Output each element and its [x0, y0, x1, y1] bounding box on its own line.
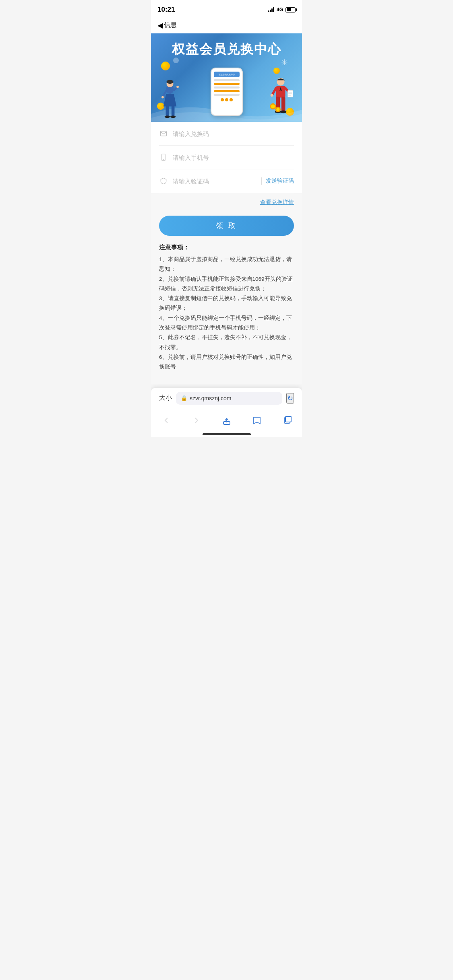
back-nav-button[interactable] — [155, 414, 178, 427]
back-label: 信息 — [164, 21, 177, 29]
svg-point-2 — [166, 80, 173, 84]
deco-coin-right — [273, 68, 280, 74]
message-icon — [159, 129, 168, 138]
note-item-1: 1、本商品属于虚拟商品，一经兑换成功无法退货，请悉知； — [159, 256, 292, 272]
status-icons: 4G — [268, 7, 296, 12]
share-button[interactable] — [215, 414, 238, 427]
phone-mockup: 权益会员兑换中心 — [211, 68, 243, 116]
svg-point-4 — [161, 96, 164, 99]
back-nav-icon — [161, 416, 171, 425]
back-arrow-icon: ◀ — [157, 22, 163, 29]
phone-row — [159, 146, 294, 169]
deco-circle-1 — [173, 58, 179, 63]
note-item-6: 6、兑换前，请用户核对兑换账号的正确性，如用户兑换账号 — [159, 354, 292, 370]
status-bar: 10:21 4G — [151, 0, 302, 18]
notes-section: 注意事项： 1、本商品属于虚拟商品，一经兑换成功无法退货，请悉知； 2、兑换前请… — [151, 244, 302, 384]
svg-line-3 — [163, 91, 166, 97]
forward-nav-button[interactable] — [185, 414, 208, 427]
send-code-button[interactable]: 发送验证码 — [261, 177, 294, 185]
notes-title: 注意事项： — [159, 244, 294, 251]
signal-icon — [268, 7, 274, 12]
share-icon — [222, 416, 232, 425]
svg-rect-22 — [281, 97, 285, 111]
bookmarks-icon — [252, 416, 262, 425]
note-item-4: 4、一个兑换码只能绑定一个手机号码，一经绑定，下次登录需使用绑定的手机号码才能使… — [159, 315, 292, 331]
deco-star-icon: ✳ — [281, 58, 288, 67]
svg-rect-7 — [166, 106, 169, 117]
svg-point-24 — [280, 111, 286, 113]
note-item-2: 2、兑换前请确认手机能正常接受来自1069开头的验证码短信，否则无法正常接收短信… — [159, 276, 293, 292]
url-text: szvr.qmsznj.com — [190, 395, 231, 401]
note-item-5: 5、此券不记名，不挂失，遗失不补，不可兑换现金，不找零。 — [159, 334, 292, 350]
submit-section: 领 取 — [151, 212, 302, 244]
character-left — [159, 78, 181, 118]
banner: 权益会员兑换中心 ✳ 权益会员兑换中心 — [151, 33, 302, 122]
form-section: 发送验证码 — [151, 122, 302, 193]
home-indicator — [151, 430, 302, 437]
exchange-code-input[interactable] — [173, 130, 294, 137]
svg-rect-29 — [161, 131, 167, 136]
lock-icon: 🔒 — [181, 395, 187, 401]
shield-icon — [159, 177, 168, 185]
svg-point-6 — [176, 86, 179, 88]
forward-nav-icon — [192, 416, 201, 425]
phone-input[interactable] — [173, 154, 294, 161]
browser-bar: 大小 🔒 szvr.qmsznj.com ↻ — [151, 387, 302, 409]
phone-icon — [159, 153, 168, 162]
svg-point-10 — [170, 115, 176, 118]
network-label: 4G — [277, 7, 283, 12]
svg-rect-30 — [162, 154, 165, 161]
home-bar — [203, 433, 251, 435]
bookmarks-button[interactable] — [246, 414, 268, 427]
exchange-code-row — [159, 122, 294, 146]
url-bar[interactable]: 🔒 szvr.qmsznj.com — [176, 392, 282, 405]
svg-point-26 — [271, 105, 275, 109]
status-time: 10:21 — [157, 6, 175, 14]
reload-button[interactable]: ↻ — [286, 393, 294, 404]
battery-icon — [285, 7, 296, 12]
tabs-icon — [282, 416, 292, 425]
submit-button[interactable]: 领 取 — [159, 216, 294, 236]
tabs-button[interactable] — [276, 414, 298, 427]
banner-title: 权益会员兑换中心 — [172, 41, 281, 58]
detail-link-row: 查看兑换详情 — [151, 193, 302, 212]
svg-point-15 — [271, 94, 273, 97]
nav-bar: ◀ 信息 — [151, 18, 302, 33]
svg-rect-35 — [285, 416, 291, 422]
svg-rect-8 — [172, 106, 175, 117]
back-button[interactable]: ◀ 信息 — [157, 21, 177, 29]
notes-content: 1、本商品属于虚拟商品，一经兑换成功无法退货，请悉知； 2、兑换前请确认手机能正… — [159, 255, 294, 372]
svg-point-9 — [165, 115, 170, 118]
character-right — [268, 76, 294, 120]
bottom-nav — [151, 409, 302, 430]
verification-code-row: 发送验证码 — [159, 169, 294, 193]
svg-point-28 — [277, 108, 280, 111]
font-size-label[interactable]: 大小 — [159, 394, 172, 402]
svg-line-5 — [174, 87, 178, 91]
deco-coin-left — [161, 62, 170, 70]
svg-line-14 — [272, 88, 276, 95]
detail-link[interactable]: 查看兑换详情 — [260, 199, 294, 206]
note-item-3: 3、请直接复制短信中的兑换码，手动输入可能导致兑换码错误； — [159, 295, 292, 311]
verification-code-input[interactable] — [173, 178, 256, 185]
